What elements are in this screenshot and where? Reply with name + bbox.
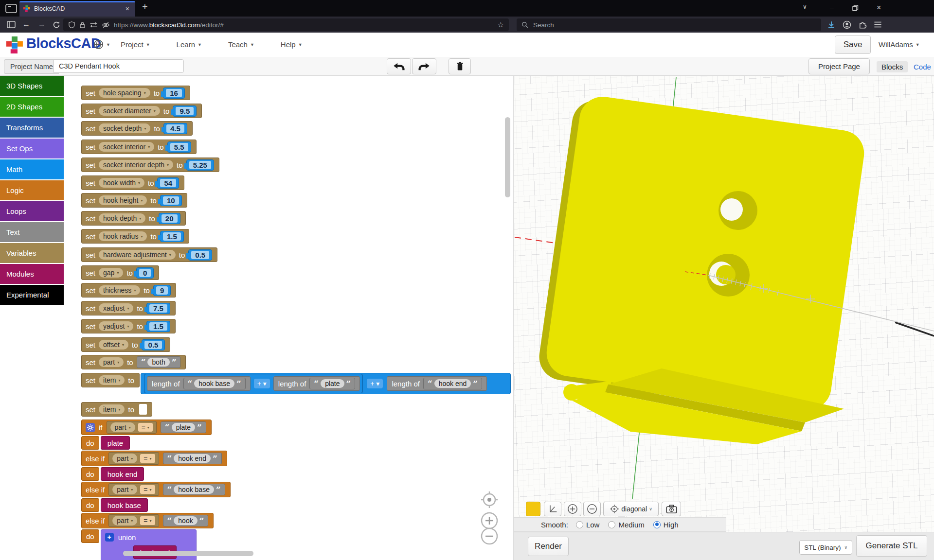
operator-dropdown[interactable]: + ▾ <box>254 379 270 388</box>
string-block[interactable]: “hook base” <box>183 378 246 389</box>
length-of-block[interactable]: length of“hook base” <box>147 376 251 391</box>
variable-dropdown[interactable]: socket interior▾ <box>99 142 154 152</box>
sidebar-item-3d-shapes[interactable]: 3D Shapes <box>0 76 64 96</box>
menu-learn[interactable]: Learn▼ <box>177 40 202 49</box>
window-restore-button[interactable] <box>852 5 859 11</box>
menu-project[interactable]: Project▼ <box>121 40 150 49</box>
number-block[interactable]: 9.5 <box>173 105 197 117</box>
redo-button[interactable] <box>412 58 436 74</box>
trash-button[interactable] <box>449 58 471 74</box>
project-page-button[interactable]: Project Page <box>808 58 870 74</box>
window-minimize-button[interactable]: – <box>830 3 834 11</box>
else-if-condition-row[interactable]: else ifpart▾=▾“hook end” <box>81 451 227 466</box>
variable-dropdown[interactable]: socket depth▾ <box>99 123 150 133</box>
viewport-zoom-out-button[interactable] <box>583 502 601 516</box>
window-close-button[interactable]: × <box>877 3 881 12</box>
empty-value-socket[interactable] <box>139 404 147 415</box>
variable-dropdown[interactable]: item▾ <box>99 375 125 385</box>
language-globe-menu[interactable]: ▼ <box>93 39 110 50</box>
sidebar-toggle-icon[interactable] <box>7 21 16 28</box>
variable-dropdown[interactable]: item▾ <box>99 404 125 414</box>
variable-dropdown[interactable]: hardware adjustment▾ <box>99 250 176 260</box>
variable-dropdown[interactable]: part▾ <box>112 454 137 463</box>
string-block[interactable]: “plate” <box>161 421 206 433</box>
extensions-puzzle-icon[interactable] <box>858 20 867 29</box>
set-variable-block[interactable]: setthickness▾to9 <box>81 283 176 298</box>
set-variable-block[interactable]: setsocket depth▾to4.5 <box>81 121 193 136</box>
sidebar-item-2d-shapes[interactable]: 2D Shapes <box>0 97 64 117</box>
axes-toggle-button[interactable] <box>544 502 561 516</box>
set-variable-block[interactable]: setitem▾to <box>81 373 140 387</box>
screenshot-camera-button[interactable] <box>662 502 681 516</box>
variable-dropdown[interactable]: gap▾ <box>99 268 123 278</box>
variable-dropdown[interactable]: hook width▾ <box>99 178 144 188</box>
number-block[interactable]: 10 <box>160 195 182 206</box>
variable-dropdown[interactable]: yadjust▾ <box>99 321 133 331</box>
vertical-scrollbar[interactable] <box>505 117 510 197</box>
user-menu[interactable]: WillAdams▼ <box>879 40 920 49</box>
new-tab-button[interactable]: + <box>142 1 148 13</box>
number-block[interactable]: 4.5 <box>163 123 187 134</box>
smooth-option-high[interactable]: High <box>653 521 679 529</box>
menu-help[interactable]: Help▼ <box>281 40 303 49</box>
comparison-block[interactable]: part▾=▾ <box>108 452 159 465</box>
sidebar-item-variables[interactable]: Variables <box>0 243 64 263</box>
number-block[interactable]: 0.5 <box>188 249 212 261</box>
number-block[interactable]: 16 <box>163 88 185 99</box>
comparison-block[interactable]: part▾=▾ <box>108 483 159 496</box>
pendant-model[interactable] <box>536 93 867 444</box>
string-block[interactable]: “plate” <box>309 378 355 389</box>
variable-dropdown[interactable]: hook depth▾ <box>99 213 145 223</box>
back-button[interactable]: ← <box>22 20 30 28</box>
string-block[interactable]: “hook end” <box>423 378 482 389</box>
permissions-icon[interactable] <box>90 21 98 28</box>
number-block[interactable]: 1.5 <box>160 231 184 242</box>
sidebar-item-modules[interactable]: Modules <box>0 264 64 284</box>
variable-dropdown[interactable]: hole spacing▾ <box>99 88 150 98</box>
viewport-3d-panel[interactable]: diagonal ∨ Smooth: LowMediumHigh Render … <box>514 76 934 560</box>
number-block[interactable]: 9 <box>153 285 171 296</box>
string-block[interactable]: “hook end” <box>163 453 222 464</box>
tab-list-chevron-icon[interactable]: ∨ <box>803 3 807 10</box>
sidebar-item-math[interactable]: Math <box>0 159 64 179</box>
smooth-option-medium[interactable]: Medium <box>608 521 644 529</box>
number-block[interactable]: 54 <box>157 177 179 189</box>
string-block[interactable]: “hook base” <box>163 484 225 495</box>
string-block[interactable]: “hook” <box>163 515 209 526</box>
viewport-zoom-in-button[interactable] <box>564 502 581 516</box>
shield-icon[interactable] <box>68 21 75 29</box>
tab-blocks[interactable]: Blocks <box>877 61 908 72</box>
tab-close-icon[interactable]: × <box>124 5 131 13</box>
variable-dropdown[interactable]: thickness▾ <box>99 285 140 295</box>
string-block[interactable]: “both” <box>137 356 181 368</box>
mutator-gear-icon[interactable] <box>86 423 95 432</box>
number-block[interactable]: 0.5 <box>142 339 165 350</box>
search-bar[interactable] <box>517 18 821 31</box>
variable-dropdown[interactable]: part▾ <box>110 422 135 432</box>
comparison-operator-dropdown[interactable]: =▾ <box>138 423 153 432</box>
variable-dropdown[interactable]: offset▾ <box>99 340 128 350</box>
undo-button[interactable] <box>387 58 411 74</box>
set-variable-block[interactable]: setsocket interior▾to5.5 <box>81 140 197 154</box>
set-variable-block[interactable]: setitem▾to <box>81 402 152 417</box>
url-bar[interactable]: https://www.blockscad3d.com/editor/# ☆ <box>63 18 509 31</box>
set-variable-block[interactable]: setgap▾to0 <box>81 265 159 280</box>
smooth-option-low[interactable]: Low <box>576 521 600 529</box>
comparison-operator-dropdown[interactable]: =▾ <box>140 454 155 463</box>
radio-low[interactable] <box>576 521 583 528</box>
length-of-block[interactable]: length of“hook end” <box>387 376 487 391</box>
comparison-operator-dropdown[interactable]: =▾ <box>140 516 155 525</box>
set-variable-block[interactable]: sethardware adjustment▾to0.5 <box>81 247 217 262</box>
comparison-block[interactable]: part▾=▾ <box>107 421 157 434</box>
tab-manager-icon[interactable] <box>5 4 17 13</box>
model-scene[interactable] <box>514 76 934 501</box>
sidebar-item-text[interactable]: Text <box>0 222 64 242</box>
lock-icon[interactable] <box>79 21 86 29</box>
variable-dropdown[interactable]: part▾ <box>112 516 137 525</box>
number-block[interactable]: 5.5 <box>167 141 191 153</box>
downloads-icon[interactable] <box>827 20 836 29</box>
radio-medium[interactable] <box>608 521 615 528</box>
variable-dropdown[interactable]: socket interior depth▾ <box>99 160 173 170</box>
arithmetic-block[interactable]: length of“hook base”+ ▾length of“plate”+… <box>141 373 511 394</box>
else-if-condition-row[interactable]: else ifpart▾=▾“hook base” <box>81 482 231 497</box>
